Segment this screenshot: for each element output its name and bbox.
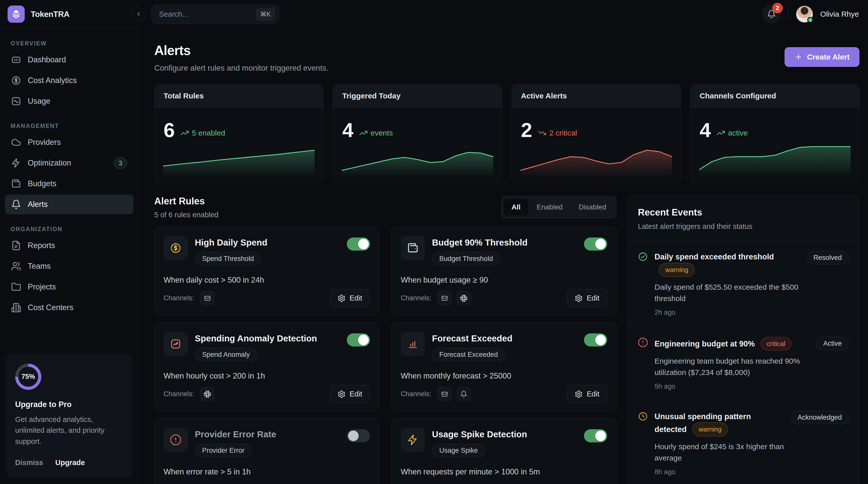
sidebar-item-dashboard[interactable]: Dashboard (5, 50, 133, 69)
stat-title: Total Rules (155, 85, 323, 108)
users-icon (11, 261, 21, 271)
activity-square-icon (11, 96, 21, 106)
rule-toggle[interactable] (584, 333, 607, 346)
building-icon (11, 303, 21, 313)
channel-slack[interactable] (200, 387, 215, 402)
sidebar-item-reports[interactable]: Reports (5, 236, 133, 255)
tab-enabled[interactable]: Enabled (528, 199, 570, 215)
rule-toggle[interactable] (584, 429, 607, 443)
sidebar-item-cost-analytics[interactable]: Cost Analytics (5, 70, 133, 90)
rule-name: Budget 90% Threshold (432, 237, 527, 248)
sidebar-section-overview: OVERVIEW (10, 40, 138, 47)
dismiss-button[interactable]: Dismiss (15, 458, 43, 467)
rule-type-badge: Forecast Exceeded (432, 348, 505, 361)
wallet-icon (407, 242, 418, 254)
edit-rule-button[interactable]: Edit (567, 385, 607, 403)
rule-type-badge: Spend Threshold (195, 252, 261, 265)
sidebar-item-usage[interactable]: Usage (5, 91, 133, 111)
sidebar-item-projects[interactable]: Projects (5, 277, 133, 297)
rule-icon-tile (401, 236, 425, 260)
sidebar-item-label: Projects (28, 282, 56, 291)
stat-card-triggered-today: Triggered Today 4 events (333, 84, 502, 182)
sidebar-item-budgets[interactable]: Budgets (5, 174, 133, 194)
gear-icon (575, 294, 583, 302)
search-input[interactable] (159, 10, 256, 19)
event-title: Engineering budget at 90% (654, 339, 755, 348)
channel-bell[interactable] (456, 387, 471, 402)
tab-disabled[interactable]: Disabled (570, 199, 614, 215)
rule-toggle[interactable] (347, 429, 370, 443)
page-title: Alerts (154, 42, 329, 58)
event-item[interactable]: Engineering budget at 90% critical Activ… (628, 326, 859, 400)
edit-rule-button[interactable]: Edit (567, 289, 607, 307)
sidebar-item-teams[interactable]: Teams (5, 256, 133, 276)
channels-label: Channels: (401, 294, 432, 302)
rule-name: Provider Error Rate (195, 429, 276, 439)
channel-mail[interactable] (437, 387, 452, 402)
rule-toggle[interactable] (584, 237, 607, 251)
event-time: 2h ago (654, 309, 849, 316)
event-item[interactable]: Daily spend exceeded threshold warning R… (628, 240, 859, 326)
tab-all[interactable]: All (503, 199, 529, 215)
events-title: Recent Events (638, 207, 849, 218)
rule-condition: When hourly cost > 200 in 1h (163, 371, 370, 380)
channel-slack[interactable] (456, 291, 471, 306)
file-text-icon (11, 240, 21, 251)
sidebar-item-optimization[interactable]: Optimization 3 (5, 153, 133, 173)
sidebar-section-management: MANAGEMENT (10, 123, 138, 130)
rule-condition: When requests per minute > 1000 in 5m (401, 467, 607, 477)
alert-octagon-icon (638, 337, 648, 347)
sparkline-chart (342, 133, 493, 175)
create-alert-button[interactable]: Create Alert (784, 47, 860, 67)
upgrade-button[interactable]: Upgrade (55, 458, 85, 467)
stat-card-channels-configured: Channels Configured 4 active (690, 84, 860, 182)
alert-octagon-icon (170, 434, 182, 446)
sidebar-item-cost-centers[interactable]: Cost Centers (5, 298, 133, 317)
edit-rule-button[interactable]: Edit (330, 385, 370, 403)
clock-icon (638, 411, 648, 421)
severity-badge: critical (761, 337, 792, 351)
event-item[interactable]: Unusual spending pattern detected warnin… (628, 400, 859, 484)
stat-title: Triggered Today (333, 85, 502, 108)
rule-name: High Daily Spend (195, 237, 268, 248)
dollar-circle-icon (11, 76, 21, 86)
topbar: ⌘K 2 Olivia Rhye (138, 0, 868, 29)
sparkline-chart (163, 133, 314, 175)
mail-icon (441, 295, 448, 302)
sidebar-item-label: Optimization (28, 159, 71, 168)
user-avatar[interactable] (796, 6, 813, 23)
rules-filter-tabs: All Enabled Disabled (501, 196, 617, 219)
plus-icon (795, 53, 803, 61)
dashboard-icon (11, 55, 21, 65)
mail-icon (441, 391, 448, 398)
sidebar-item-label: Cost Analytics (28, 76, 77, 85)
rule-icon-tile (163, 236, 188, 260)
rule-card-forecast-exceeded: Forecast Exceeded Forecast Exceeded When… (392, 322, 617, 411)
channel-mail[interactable] (200, 291, 215, 306)
sidebar-collapse-button[interactable] (131, 7, 146, 21)
rules-section-title: Alert Rules (154, 196, 218, 207)
bar-chart-icon (407, 338, 418, 350)
rule-toggle[interactable] (347, 333, 370, 346)
event-status-badge: Acknowledged (790, 411, 849, 424)
channels-label: Channels: (163, 390, 194, 398)
rules-grid: High Daily Spend Spend Threshold When da… (154, 227, 617, 484)
upgrade-description: Get advanced analytics, unlimited alerts… (15, 414, 123, 447)
rule-icon-tile (163, 332, 188, 356)
wallet-icon (11, 179, 21, 189)
slack-icon (460, 295, 467, 302)
chevron-left-icon (135, 11, 142, 18)
sidebar-item-providers[interactable]: Providers (5, 133, 133, 152)
notifications-button[interactable]: 2 (762, 5, 781, 24)
search-bar[interactable]: ⌘K (151, 4, 279, 24)
optimization-count-badge: 3 (114, 158, 127, 169)
rule-toggle[interactable] (347, 237, 370, 251)
gear-icon (338, 390, 345, 398)
event-status-badge: Resolved (806, 251, 849, 264)
create-alert-label: Create Alert (807, 53, 849, 61)
channel-mail[interactable] (437, 291, 452, 306)
edit-rule-button[interactable]: Edit (330, 289, 370, 307)
event-time: 8h ago (654, 468, 849, 476)
app-name: TokenTRA (31, 9, 69, 19)
sidebar-item-alerts[interactable]: Alerts (5, 195, 133, 214)
